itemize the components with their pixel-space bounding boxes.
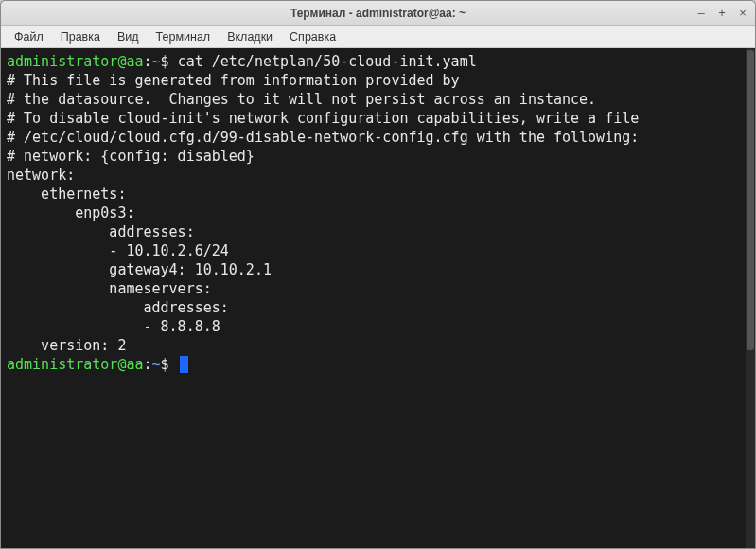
maximize-button[interactable]: + [715, 7, 729, 20]
output-line: addresses: [7, 222, 749, 241]
terminal-body[interactable]: administrator@aa:~$ cat /etc/netplan/50-… [1, 48, 755, 548]
terminal-window: Терминал - administrator@aa: ~ – + × Фай… [0, 0, 756, 549]
prompt-symbol: $ [161, 53, 169, 70]
command-text: cat /etc/netplan/50-cloud-init.yaml [178, 53, 477, 70]
output-line: nameservers: [7, 279, 749, 298]
prompt-path: ~ [152, 356, 161, 373]
output-line: version: 2 [7, 336, 749, 355]
output-line: addresses: [7, 298, 749, 317]
close-button[interactable]: × [736, 7, 749, 20]
output-line: # network: {config: disabled} [7, 147, 749, 166]
output-line: ethernets: [7, 185, 749, 204]
output-line: - 10.10.2.6/24 [7, 241, 749, 260]
prompt-path: ~ [152, 53, 161, 70]
scrollbar-thumb[interactable] [747, 50, 754, 350]
prompt-line-2: administrator@aa:~$ [7, 355, 749, 374]
window-title: Терминал - administrator@aa: ~ [290, 7, 466, 20]
prompt-colon: : [144, 356, 152, 373]
prompt-user-host: administrator@aa [7, 356, 144, 373]
output-line: network: [7, 166, 749, 185]
menu-tabs[interactable]: Вкладки [220, 27, 280, 46]
menu-file[interactable]: Файл [7, 27, 51, 46]
prompt-symbol: $ [161, 356, 169, 373]
menubar: Файл Правка Вид Терминал Вкладки Справка [1, 26, 755, 48]
menu-view[interactable]: Вид [110, 27, 147, 46]
output-line: gateway4: 10.10.2.1 [7, 260, 749, 279]
output-line: # the datasource. Changes to it will not… [7, 90, 749, 109]
window-controls: – + × [694, 1, 749, 25]
output-line: # This file is generated from informatio… [7, 71, 749, 90]
minimize-button[interactable]: – [694, 7, 708, 20]
prompt-line-1: administrator@aa:~$ cat /etc/netplan/50-… [7, 52, 749, 71]
menu-edit[interactable]: Правка [53, 27, 108, 46]
prompt-colon: : [144, 53, 152, 70]
scrollbar[interactable] [746, 48, 755, 548]
titlebar[interactable]: Терминал - administrator@aa: ~ – + × [1, 1, 755, 26]
output-line: enp0s3: [7, 204, 749, 222]
menu-help[interactable]: Справка [282, 27, 343, 46]
cursor-icon [180, 356, 188, 373]
menu-terminal[interactable]: Терминал [149, 27, 219, 46]
prompt-user-host: administrator@aa [7, 53, 144, 70]
output-line: # /etc/cloud/cloud.cfg.d/99-disable-netw… [7, 128, 749, 147]
output-line: # To disable cloud-init's network config… [7, 109, 749, 128]
output-line: - 8.8.8.8 [7, 317, 749, 336]
